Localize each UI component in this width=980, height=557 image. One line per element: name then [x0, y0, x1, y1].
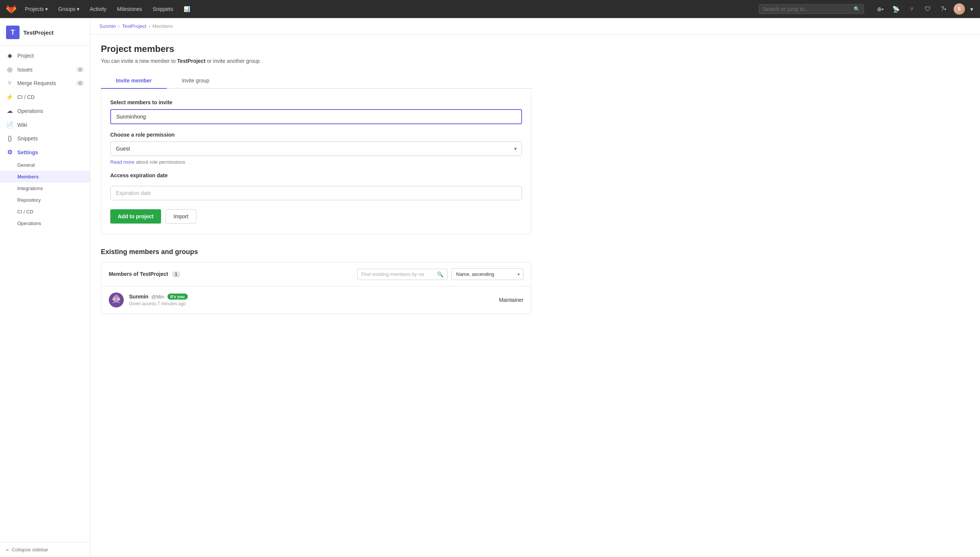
- page-subtitle: You can invite a new member to TestProje…: [101, 58, 531, 64]
- tab-invite-member[interactable]: Invite member: [101, 73, 167, 89]
- breadcrumb: Sunmin › TestProject › Members: [90, 18, 980, 35]
- members-card: Members of TestProject 1 🔍 Name,: [101, 262, 531, 314]
- sort-select[interactable]: Name, ascending Name, descending Last jo…: [451, 268, 524, 280]
- sidebar-item-issues[interactable]: ◎ Issues 0: [0, 62, 90, 77]
- form-actions: Add to project Import: [110, 209, 522, 223]
- breadcrumb-testproject[interactable]: TestProject: [122, 23, 146, 29]
- access-section: Access expiration date: [110, 173, 522, 200]
- merge-request-icon-btn[interactable]: ⑂: [906, 3, 918, 15]
- breadcrumb-sunmin[interactable]: Sunmin: [99, 23, 116, 29]
- page-body: Project members You can invite a new mem…: [90, 35, 542, 323]
- members-count-label: Members of TestProject 1: [109, 271, 180, 277]
- search-input[interactable]: [763, 6, 851, 12]
- cicd-icon: ⚡: [6, 93, 13, 101]
- sidebar-project[interactable]: T TestProject: [0, 18, 90, 46]
- chevron-down-icon: ▾: [45, 6, 48, 12]
- member-access-time: Given access 7 minutes ago: [129, 301, 494, 306]
- merge-badge: 0: [77, 81, 84, 86]
- collapse-icon: «: [6, 547, 9, 552]
- member-username: @Min: [151, 294, 164, 300]
- breadcrumb-members: Members: [152, 23, 173, 29]
- existing-members-section: Existing members and groups Members of T…: [101, 248, 531, 314]
- sort-select-wrapper: Name, ascending Name, descending Last jo…: [451, 268, 524, 280]
- chevron-down-icon: ▾: [77, 6, 80, 12]
- issues-icon: ◎: [6, 66, 13, 73]
- members-header: Members of TestProject 1 🔍 Name,: [101, 262, 531, 287]
- wiki-icon: 📄: [6, 121, 13, 128]
- nav-graph-icon[interactable]: 📊: [181, 5, 192, 13]
- help-icon-btn[interactable]: ? ▾: [938, 3, 949, 15]
- tabs: Invite member Invite group: [101, 73, 531, 89]
- member-role: Maintainer: [499, 297, 524, 303]
- member-name: Sunmin: [129, 293, 148, 300]
- permission-text: about role permissions: [136, 159, 185, 165]
- sidebar-item-wiki[interactable]: 📄 Wiki: [0, 118, 90, 132]
- import-button[interactable]: Import: [166, 209, 197, 223]
- sidebar-item-settings[interactable]: ⚙ Settings: [0, 145, 90, 159]
- search-members-field[interactable]: 🔍: [357, 269, 448, 280]
- breadcrumb-sep1: ›: [118, 23, 120, 29]
- merge-icon: ⑂: [6, 80, 13, 86]
- sidebar-nav: ◆ Project ◎ Issues 0 ⑂ Merge Requests 0 …: [0, 46, 90, 542]
- shield-icon-btn[interactable]: 🛡: [922, 3, 933, 15]
- sidebar-sub-general[interactable]: General: [0, 159, 90, 171]
- project-letter: T: [6, 26, 20, 39]
- nav-search[interactable]: 🔍: [759, 4, 864, 14]
- nav-activity[interactable]: Activity: [88, 5, 109, 13]
- top-nav: Projects ▾ Groups ▾ Activity Milestones …: [0, 0, 980, 18]
- sidebar: T TestProject ◆ Project ◎ Issues 0 ⑂ Mer…: [0, 18, 90, 557]
- broadcast-icon-btn[interactable]: 📡: [890, 3, 902, 15]
- project-name: TestProject: [23, 29, 54, 36]
- avatar: [109, 292, 124, 308]
- avatar[interactable]: S: [954, 3, 965, 15]
- avatar-chevron[interactable]: ▾: [969, 3, 974, 15]
- settings-icon: ⚙: [6, 149, 13, 156]
- plus-icon-btn[interactable]: ⊕ ▾: [875, 3, 886, 15]
- select-members-input[interactable]: [110, 109, 522, 124]
- sidebar-sub-operations[interactable]: Operations: [0, 218, 90, 229]
- sidebar-item-snippets[interactable]: {} Snippets: [0, 132, 90, 145]
- operations-icon: ☁: [6, 107, 13, 114]
- project-icon: ◆: [6, 52, 13, 59]
- role-permission-label: Choose a role permission: [110, 132, 522, 138]
- members-count-badge: 1: [172, 271, 181, 277]
- access-label: Access expiration date: [110, 173, 522, 178]
- breadcrumb-sep2: ›: [149, 23, 150, 29]
- search-icon: 🔍: [853, 6, 860, 12]
- expiration-date-input[interactable]: [110, 186, 522, 200]
- role-select[interactable]: Guest Reporter Developer Maintainer Owne…: [110, 142, 522, 156]
- read-more-link[interactable]: Read more: [110, 159, 134, 165]
- svg-point-2: [117, 298, 120, 301]
- sidebar-sub-cicd[interactable]: CI / CD: [0, 206, 90, 218]
- nav-logo[interactable]: [6, 4, 16, 14]
- sidebar-sub-members[interactable]: Members: [0, 171, 90, 182]
- invite-form-card: Select members to invite Choose a role p…: [101, 89, 531, 235]
- nav-projects[interactable]: Projects ▾: [23, 5, 50, 13]
- member-name-line: Sunmin @Min It's you: [129, 293, 494, 300]
- table-row: Sunmin @Min It's you Given access 7 minu…: [101, 287, 531, 313]
- sidebar-item-merge-requests[interactable]: ⑂ Merge Requests 0: [0, 77, 90, 90]
- member-info: Sunmin @Min It's you Given access 7 minu…: [129, 293, 494, 306]
- sidebar-item-cicd[interactable]: ⚡ CI / CD: [0, 90, 90, 104]
- search-members-input[interactable]: [361, 271, 435, 277]
- issues-badge: 0: [77, 67, 84, 72]
- existing-title: Existing members and groups: [101, 248, 531, 256]
- nav-icons: ⊕ ▾ 📡 ⑂ 🛡 ? ▾ S ▾: [875, 3, 974, 15]
- page-title: Project members: [101, 44, 531, 54]
- its-you-badge: It's you: [168, 293, 188, 300]
- sidebar-item-operations[interactable]: ☁ Operations: [0, 104, 90, 118]
- sidebar-item-project[interactable]: ◆ Project: [0, 49, 90, 62]
- collapse-sidebar-button[interactable]: « Collapse sidebar: [0, 542, 90, 557]
- sidebar-sub-integrations[interactable]: Integrations: [0, 182, 90, 194]
- main-content: Sunmin › TestProject › Members Project m…: [90, 18, 980, 557]
- sidebar-sub-repository[interactable]: Repository: [0, 194, 90, 206]
- nav-milestones[interactable]: Milestones: [115, 5, 145, 13]
- tab-invite-group[interactable]: Invite group: [167, 73, 224, 89]
- nav-groups[interactable]: Groups ▾: [56, 5, 82, 13]
- nav-snippets[interactable]: Snippets: [151, 5, 175, 13]
- members-controls: 🔍 Name, ascending Name, descending Last …: [357, 268, 524, 280]
- add-to-project-button[interactable]: Add to project: [110, 209, 161, 223]
- snippets-icon: {}: [6, 135, 13, 142]
- svg-point-1: [112, 298, 116, 301]
- role-select-wrapper: Guest Reporter Developer Maintainer Owne…: [110, 142, 522, 156]
